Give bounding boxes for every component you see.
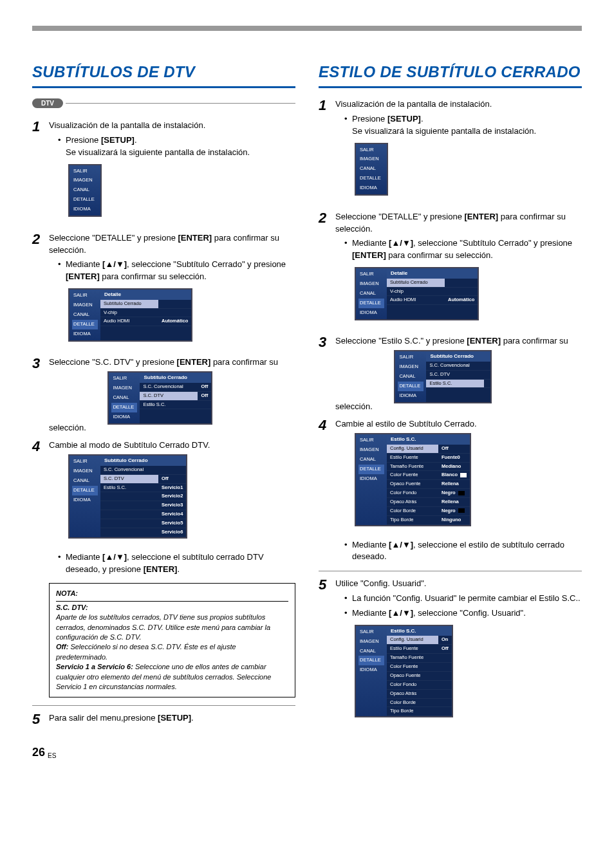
step5-post: . bbox=[191, 713, 194, 723]
step4-b1-pre: Mediante bbox=[66, 552, 102, 562]
divider bbox=[319, 571, 582, 571]
step1-bullet-line2: Se visualizará la siguiente pantalla de … bbox=[66, 147, 250, 157]
r-step2-b1-pre: Mediante bbox=[352, 238, 389, 248]
r-step2-pre: Seleccione "DETALLE" y presione bbox=[335, 212, 464, 221]
badge-rule bbox=[66, 103, 295, 104]
arrow-keys: [▲/▼] bbox=[102, 259, 127, 269]
r-step1-b1-post: . bbox=[421, 114, 423, 124]
osd-menu-config-usuarid: SALIRIMAGENCANALDETALLEIDIOMA Estilo S.C… bbox=[355, 625, 453, 717]
top-divider bbox=[32, 26, 582, 31]
arrow-keys: [▲/▼] bbox=[389, 238, 413, 248]
step4-b1-post: . bbox=[177, 564, 180, 574]
r-step5-b2-post: , seleccione "Config. Usuarid". bbox=[413, 608, 526, 618]
step1-text: Visualización de la pantalla de instalac… bbox=[49, 120, 205, 130]
page-lang: ES bbox=[48, 752, 56, 759]
note-subtitle: S.C. DTV: bbox=[56, 603, 288, 613]
r-step3-pre: Seleccione "Estilo S.C." y presione bbox=[335, 336, 467, 346]
heading-underline bbox=[32, 86, 295, 88]
step1-bullet-pre: Presione bbox=[66, 135, 101, 145]
enter-key: [ENTER] bbox=[178, 233, 212, 243]
step-number: 3 bbox=[32, 356, 46, 371]
bullet-icon: • bbox=[58, 551, 62, 564]
r-step5-text: Utilice "Config. Usuarid". bbox=[335, 578, 426, 588]
heading-underline bbox=[319, 86, 582, 88]
osd-menu-estilo: SALIRIMAGENCANALDETALLEIDIOMA Estilo S.C… bbox=[355, 433, 471, 526]
color-swatch-icon bbox=[458, 491, 465, 495]
bullet-icon: • bbox=[344, 539, 348, 551]
left-heading: SUBTÍTULOS DE DTV bbox=[32, 63, 295, 81]
bullet-icon: • bbox=[344, 593, 348, 605]
page-number: 26 bbox=[32, 746, 45, 759]
r-step4-text: Cambie al estilo de Subtítulo Cerrado. bbox=[335, 419, 477, 429]
enter-key: [ENTER] bbox=[66, 272, 100, 281]
bullet-icon: • bbox=[58, 134, 62, 147]
step-number: 4 bbox=[319, 418, 333, 432]
osd-menu-detalle: SALIRIMAGENCANALDETALLEIDIOMA Detalle Su… bbox=[68, 288, 192, 341]
osd-menu-detalle: SALIRIMAGENCANALDETALLEIDIOMA Detalle Su… bbox=[355, 267, 479, 320]
bullet-icon: • bbox=[58, 259, 62, 271]
step2-pre: Seleccione "DETALLE" y presione bbox=[49, 233, 178, 243]
step3-pre: Seleccione "S.C. DTV" y presione bbox=[49, 357, 177, 367]
divider bbox=[32, 705, 295, 706]
step5-pre: Para salir del menu,presione bbox=[49, 713, 158, 723]
r-step2-b1-post: para confirmar su selección. bbox=[386, 250, 493, 260]
r-step4-b1-pre: Mediante bbox=[352, 540, 389, 549]
step-number: 2 bbox=[32, 232, 46, 246]
osd-menu-main: SALIRIMAGENCANALDETALLEIDIOMA bbox=[355, 143, 388, 196]
r-step5-b2-pre: Mediante bbox=[352, 608, 389, 618]
enter-key: [ENTER] bbox=[464, 212, 498, 221]
step-number: 2 bbox=[319, 211, 333, 225]
right-heading: ESTILO DE SUBTÍTULO CERRADO bbox=[319, 63, 582, 81]
right-column: ESTILO DE SUBTÍTULO CERRADO 1 Visualizac… bbox=[319, 63, 582, 733]
bullet-icon: • bbox=[344, 237, 348, 250]
r-step1-b1-line2: Se visualizará la siguiente pantalla de … bbox=[352, 126, 536, 136]
note-off-label: Off: bbox=[56, 643, 68, 651]
setup-key: [SETUP] bbox=[158, 713, 191, 723]
r-step2-b1-mid: , seleccione "Subtítulo Cerrado" y presi… bbox=[413, 238, 572, 248]
note-title: NOTA: bbox=[56, 589, 288, 601]
r-step1-b1-pre: Presione bbox=[352, 114, 387, 124]
note-svc-label: Servicio 1 a Servicio 6: bbox=[56, 663, 133, 670]
osd-menu-main: SALIR IMAGEN CANAL DETALLE IDIOMA bbox=[68, 164, 102, 217]
setup-key: [SETUP] bbox=[387, 114, 421, 124]
bullet-icon: • bbox=[344, 607, 348, 620]
step2-b1-post: para confirmar su selección. bbox=[100, 272, 207, 281]
step-number: 4 bbox=[32, 439, 46, 454]
step-number: 3 bbox=[319, 335, 333, 349]
step4-text: Cambie al modo de Subtítulo Cerrado DTV. bbox=[49, 440, 210, 450]
color-swatch-icon bbox=[458, 508, 465, 513]
dtv-badge: DTV bbox=[32, 98, 63, 108]
osd-menu-subtitulo: SALIRIMAGENCANALDETALLEIDIOMA Subtítulo … bbox=[394, 350, 492, 403]
note-off-text: Selecciónelo si no desea S.C. DTV. Éste … bbox=[56, 643, 236, 660]
setup-key: [SETUP] bbox=[101, 135, 135, 145]
bullet-icon: • bbox=[344, 113, 348, 125]
note-para1: Aparte de los subtítulos cerrados, DTV t… bbox=[56, 613, 288, 642]
r-step1-text: Visualización de la pantalla de instalac… bbox=[335, 99, 492, 109]
step-number: 1 bbox=[32, 120, 46, 134]
osd-menu-subtitulo: SALIRIMAGENCANALDETALLEIDIOMA Subtítulo … bbox=[107, 371, 212, 424]
step-number: 1 bbox=[319, 98, 333, 113]
enter-key: [ENTER] bbox=[177, 357, 211, 367]
step-number: 5 bbox=[319, 578, 333, 592]
arrow-keys: [▲/▼] bbox=[102, 552, 127, 562]
enter-key: [ENTER] bbox=[467, 336, 501, 346]
step2-b1-mid: , seleccione "Subtítulo Cerrado" y presi… bbox=[127, 259, 286, 269]
step-number: 5 bbox=[32, 712, 46, 726]
step1-bullet-post: . bbox=[135, 135, 137, 145]
color-swatch-icon bbox=[460, 473, 467, 477]
enter-key: [ENTER] bbox=[352, 250, 386, 260]
step2-b1-pre: Mediante bbox=[66, 259, 102, 269]
note-box: NOTA: S.C. DTV: Aparte de los subtítulos… bbox=[49, 583, 295, 697]
osd-menu-dtv-options: SALIRIMAGENCANALDETALLEIDIOMA Subtítulo … bbox=[68, 454, 187, 539]
left-column: SUBTÍTULOS DE DTV DTV 1 Visualización de… bbox=[32, 63, 295, 733]
r-step5-b1: La función "Config. Usuarid" le permite … bbox=[352, 593, 582, 605]
arrow-keys: [▲/▼] bbox=[389, 608, 413, 618]
arrow-keys: [▲/▼] bbox=[389, 540, 413, 549]
enter-key: [ENTER] bbox=[144, 564, 178, 574]
